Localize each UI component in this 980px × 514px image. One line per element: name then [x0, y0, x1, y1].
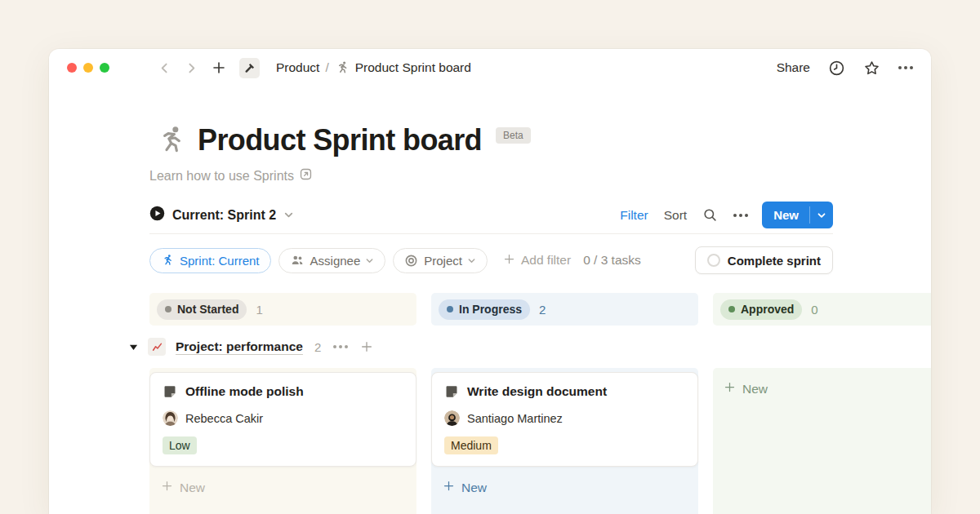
task-progress: 0 / 3 tasks: [583, 253, 641, 268]
task-card[interactable]: Write design document Santiago Martinez …: [431, 372, 698, 467]
collapse-triangle-icon[interactable]: [129, 343, 138, 352]
filter-chip-label: Project: [424, 254, 462, 268]
filter-bar: Sprint: Current Assignee Project: [149, 246, 833, 274]
group-more-icon[interactable]: [333, 345, 348, 348]
view-more-icon[interactable]: [733, 214, 748, 217]
breadcrumb-root[interactable]: Product: [276, 60, 319, 75]
status-dot-icon: [447, 306, 453, 312]
desktop-background: Product / Product Sprint board Share: [0, 0, 980, 514]
chevron-down-icon: [283, 210, 294, 220]
assignee-name: Santiago Martinez: [467, 412, 563, 425]
column-header-approved[interactable]: Approved 0: [713, 293, 931, 326]
status-badge: In Progress: [439, 299, 530, 320]
new-card-label: New: [461, 481, 487, 495]
runner-icon: [335, 60, 350, 75]
new-card-button[interactable]: New: [431, 480, 698, 495]
sprint-view-switcher[interactable]: Current: Sprint 2: [149, 206, 294, 224]
column-approved: New: [713, 368, 931, 514]
progress-ring-icon: [707, 254, 720, 267]
page-runner-icon[interactable]: [154, 124, 187, 157]
traffic-lights: [67, 63, 109, 73]
learn-sprints-label: Learn how to use Sprints: [149, 169, 294, 184]
zoom-window-button[interactable]: [100, 63, 109, 73]
group-count: 2: [314, 340, 321, 354]
new-card-button[interactable]: New: [713, 372, 931, 397]
chevron-down-icon: [467, 256, 476, 265]
status-label: In Progress: [459, 303, 522, 316]
search-icon[interactable]: [702, 207, 718, 223]
complete-sprint-label: Complete sprint: [728, 254, 821, 268]
external-link-icon: [299, 167, 313, 184]
clock-icon[interactable]: [828, 60, 845, 77]
plus-icon: [503, 253, 515, 268]
status-label: Approved: [741, 303, 794, 316]
complete-sprint-button[interactable]: Complete sprint: [695, 246, 833, 274]
column-count: 2: [539, 303, 546, 317]
status-badge: Approved: [720, 299, 802, 320]
task-title: Offline mode polish: [185, 384, 304, 399]
assignee-avatar: [163, 410, 178, 426]
window-topbar: Product / Product Sprint board Share: [49, 49, 931, 86]
page-icon: [444, 384, 459, 399]
column-header-not-started[interactable]: Not Started 1: [149, 293, 416, 326]
new-card-label: New: [742, 382, 768, 397]
priority-tag: Low: [163, 436, 197, 454]
group-title[interactable]: Project: performance: [176, 339, 303, 354]
project-chart-icon: [148, 338, 166, 356]
page-content: Product Sprint board Beta Learn how to u…: [49, 86, 931, 514]
column-header-in-progress[interactable]: In Progress 2: [431, 293, 698, 326]
column-count: 0: [811, 303, 817, 317]
plus-icon: [161, 480, 173, 495]
sort-button[interactable]: Sort: [664, 208, 687, 223]
page-header: Product Sprint board Beta: [149, 123, 931, 157]
view-toolbar: Current: Sprint 2 Filter Sort New: [149, 202, 833, 234]
view-label: Current: Sprint 2: [172, 208, 276, 223]
add-page-icon[interactable]: [212, 60, 226, 75]
board-column-headers: Not Started 1 In Progress 2: [149, 293, 931, 326]
more-options-icon[interactable]: [898, 66, 913, 69]
new-card-button[interactable]: New: [149, 480, 416, 495]
favorite-star-icon[interactable]: [863, 60, 880, 77]
close-window-button[interactable]: [67, 63, 77, 73]
filter-chip-sprint[interactable]: Sprint: Current: [149, 248, 271, 273]
nav-controls: Product / Product Sprint board: [129, 58, 471, 78]
plus-icon: [443, 480, 455, 495]
people-icon: [290, 253, 305, 268]
new-task-button[interactable]: New: [762, 202, 833, 228]
page-icon: [163, 384, 177, 399]
column-in-progress: Write design document Santiago Martinez …: [431, 368, 698, 514]
group-add-icon[interactable]: [360, 340, 373, 353]
filter-chip-label: Sprint: Current: [180, 254, 260, 268]
task-card[interactable]: Offline mode polish Rebecca Cakir Low: [149, 372, 416, 467]
filter-button[interactable]: Filter: [620, 208, 648, 223]
column-not-started: Offline mode polish Rebecca Cakir Low: [149, 368, 416, 514]
back-icon[interactable]: [158, 61, 172, 75]
new-card-label: New: [180, 481, 205, 495]
column-count: 1: [256, 303, 262, 317]
assignee-name: Rebecca Cakir: [185, 412, 263, 425]
breadcrumb: Product / Product Sprint board: [276, 60, 471, 75]
target-icon: [404, 254, 418, 268]
minimize-window-button[interactable]: [83, 63, 93, 73]
filter-chip-project[interactable]: Project: [393, 248, 488, 273]
kanban-board: Not Started 1 In Progress 2: [149, 293, 931, 514]
workspace-hammer-icon[interactable]: [239, 58, 260, 78]
filter-chip-label: Assignee: [310, 254, 361, 268]
beta-badge: Beta: [496, 127, 531, 144]
page-title: Product Sprint board: [198, 123, 482, 157]
learn-sprints-link[interactable]: Learn how to use Sprints: [149, 167, 313, 184]
status-badge: Not Started: [157, 299, 247, 320]
new-dropdown-icon[interactable]: [810, 202, 833, 228]
board-columns: Offline mode polish Rebecca Cakir Low: [149, 368, 931, 514]
add-filter-button[interactable]: Add filter: [503, 253, 571, 268]
add-filter-label: Add filter: [521, 253, 571, 268]
new-task-label: New: [762, 202, 809, 228]
toolbar-actions: Filter Sort New: [620, 202, 833, 228]
app-window: Product / Product Sprint board Share: [49, 49, 931, 514]
share-button[interactable]: Share: [777, 60, 810, 75]
breadcrumb-current[interactable]: Product Sprint board: [355, 60, 471, 75]
filter-chip-assignee[interactable]: Assignee: [278, 248, 386, 273]
forward-icon[interactable]: [185, 61, 198, 75]
status-dot-icon: [728, 306, 735, 312]
sidebar-menu-icon[interactable]: [129, 61, 145, 73]
